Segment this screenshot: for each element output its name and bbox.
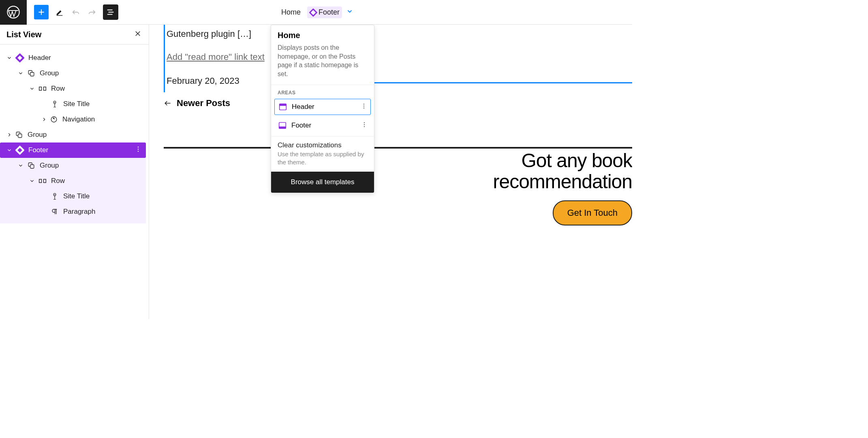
popup-info: Home Displays posts on the homepage, or … xyxy=(271,25,374,85)
svg-point-15 xyxy=(138,147,139,147)
svg-point-26 xyxy=(363,106,364,106)
listview-icon xyxy=(106,8,115,17)
svg-point-22 xyxy=(54,194,55,195)
site-title-icon xyxy=(50,100,59,108)
chevron-down-icon[interactable] xyxy=(6,147,13,153)
wordpress-logo-button[interactable] xyxy=(0,0,27,25)
close-icon xyxy=(134,30,141,37)
footer-preview[interactable]: Got any bookrecommendation Get In Touch xyxy=(369,150,632,225)
footer-area-icon xyxy=(278,121,286,130)
navigation-icon xyxy=(49,115,58,124)
tree-footer[interactable]: Footer xyxy=(0,142,146,158)
tree-footer-children: Group Row Site Title Paragraph xyxy=(0,158,146,223)
popup-description: Displays posts on the homepage, or on th… xyxy=(278,43,368,78)
tree-site-title[interactable]: Site Title xyxy=(0,189,146,204)
editor-canvas: Gutenberg plugin […] Add "read more" lin… xyxy=(149,25,632,319)
tree-item-label: Site Title xyxy=(63,100,90,108)
row-icon xyxy=(38,176,47,185)
listview-button[interactable] xyxy=(103,4,118,20)
edit-tool-button[interactable] xyxy=(54,7,65,17)
group-icon xyxy=(27,161,36,170)
svg-point-17 xyxy=(138,151,139,152)
popup-areas-label: AREAS xyxy=(271,85,374,99)
paragraph-icon xyxy=(50,207,59,216)
tree-group[interactable]: Group xyxy=(0,158,146,173)
template-dropdown-popup: Home Displays posts on the homepage, or … xyxy=(271,25,374,193)
chevron-down-icon[interactable] xyxy=(17,70,24,76)
top-toolbar: Home Footer xyxy=(0,0,632,25)
tree-group[interactable]: Group xyxy=(0,127,146,142)
chevron-down-icon[interactable] xyxy=(28,178,36,184)
pencil-icon xyxy=(55,8,64,17)
sidebar-close-button[interactable] xyxy=(134,30,141,39)
svg-rect-6 xyxy=(30,72,34,76)
svg-rect-12 xyxy=(18,134,22,138)
svg-point-32 xyxy=(364,126,365,127)
area-footer-item[interactable]: Footer xyxy=(274,117,371,134)
read-more-link[interactable]: Add "read more" link text xyxy=(167,50,265,64)
selection-outline xyxy=(374,82,632,83)
footer-separator xyxy=(164,147,632,149)
tree-item-label: Site Title xyxy=(63,192,90,200)
svg-rect-24 xyxy=(280,104,286,106)
tree-item-label: Header xyxy=(28,54,51,62)
template-part-icon xyxy=(15,53,24,62)
tree-item-label: Navigation xyxy=(62,115,95,123)
chevron-right-icon[interactable] xyxy=(6,132,13,138)
redo-button[interactable] xyxy=(87,7,97,17)
tree-paragraph[interactable]: Paragraph xyxy=(0,204,146,219)
newer-posts-label: Newer Posts xyxy=(177,98,230,108)
template-part-icon xyxy=(310,9,317,16)
list-view-sidebar: List View Header Group Row Site Title xyxy=(0,25,149,319)
sidebar-header: List View xyxy=(0,25,149,45)
undo-icon xyxy=(71,8,80,17)
chevron-down-icon xyxy=(346,8,353,15)
chevron-down-icon[interactable] xyxy=(17,163,24,168)
group-icon xyxy=(15,130,24,139)
group-icon xyxy=(27,69,36,78)
browse-templates-button[interactable]: Browse all templates xyxy=(271,172,374,193)
tree-row[interactable]: Row xyxy=(0,81,146,96)
breadcrumb: Home Footer xyxy=(279,0,353,25)
tree-item-label: Paragraph xyxy=(63,208,95,216)
footer-heading[interactable]: Got any bookrecommendation xyxy=(369,150,632,192)
svg-rect-29 xyxy=(279,127,286,129)
tree-group[interactable]: Group xyxy=(0,66,146,81)
tree-item-label: Row xyxy=(51,177,65,185)
area-item-options[interactable] xyxy=(361,121,368,130)
tree-item-options[interactable] xyxy=(135,146,142,155)
tree-header[interactable]: Header xyxy=(0,50,146,66)
tree-item-label: Footer xyxy=(28,146,48,154)
svg-rect-20 xyxy=(39,179,42,183)
breadcrumb-footer[interactable]: Footer xyxy=(307,6,342,18)
area-item-label: Footer xyxy=(291,121,311,130)
area-header-item[interactable]: Header xyxy=(274,99,371,115)
svg-point-31 xyxy=(364,124,365,125)
svg-rect-19 xyxy=(30,165,34,168)
get-in-touch-button[interactable]: Get In Touch xyxy=(553,200,632,225)
svg-rect-7 xyxy=(39,87,42,90)
popup-title: Home xyxy=(278,31,368,40)
row-icon xyxy=(38,84,47,93)
tree-item-label: Group xyxy=(40,69,59,77)
svg-point-30 xyxy=(364,122,365,123)
area-item-label: Header xyxy=(292,103,314,111)
add-block-button[interactable] xyxy=(34,5,49,19)
chevron-down-icon[interactable] xyxy=(6,55,13,61)
tree-row[interactable]: Row xyxy=(0,173,146,189)
clear-title: Clear customizations xyxy=(278,141,368,149)
tree-site-title[interactable]: Site Title xyxy=(0,96,146,112)
clear-description: Use the template as supplied by the them… xyxy=(278,150,368,166)
plus-icon xyxy=(37,8,45,16)
breadcrumb-current-label: Footer xyxy=(319,8,340,17)
chevron-right-icon[interactable] xyxy=(41,117,48,122)
tree-item-label: Group xyxy=(28,131,47,139)
template-part-icon xyxy=(15,146,24,155)
undo-button[interactable] xyxy=(71,7,81,17)
breadcrumb-home[interactable]: Home xyxy=(279,6,303,18)
area-item-options[interactable] xyxy=(361,103,367,111)
tree-navigation[interactable]: Navigation xyxy=(0,112,146,127)
breadcrumb-dropdown-toggle[interactable] xyxy=(346,8,353,17)
clear-customizations[interactable]: Clear customizations Use the template as… xyxy=(271,136,374,172)
chevron-down-icon[interactable] xyxy=(28,86,36,91)
